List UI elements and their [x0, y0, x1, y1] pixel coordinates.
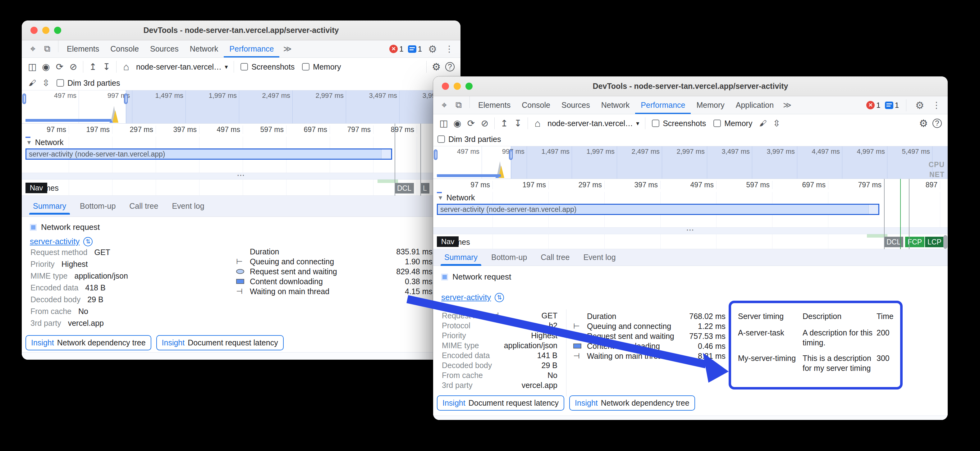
- screenshots-checkbox[interactable]: Screenshots: [237, 62, 298, 71]
- clear-icon[interactable]: ⊘: [478, 116, 492, 130]
- collapse-tracks-icon[interactable]: ⇳: [770, 116, 783, 130]
- record-icon[interactable]: ◉: [450, 116, 464, 130]
- memory-checkbox[interactable]: Memory: [710, 119, 756, 128]
- inspect-element-icon[interactable]: ⌖: [27, 43, 39, 55]
- tab-event-log[interactable]: Event log: [166, 198, 210, 214]
- selection-handle-right[interactable]: [124, 94, 128, 104]
- tab-call-tree[interactable]: Call tree: [124, 198, 164, 214]
- garbage-collect-brush-icon[interactable]: 🖌: [756, 116, 770, 130]
- inspect-element-icon[interactable]: ⌖: [438, 99, 450, 111]
- tab-elements[interactable]: Elements: [473, 96, 516, 114]
- selection-handle-right[interactable]: [509, 149, 513, 160]
- collapse-triangle-icon[interactable]: ▼: [438, 194, 443, 201]
- toggle-sidebar-icon[interactable]: ◫: [25, 60, 39, 74]
- history-select[interactable]: node-server-tan.vercel… ▾: [544, 119, 642, 128]
- fcp-marker-badge[interactable]: FCP: [905, 237, 924, 247]
- lcp-marker-badge[interactable]: LCP: [925, 237, 944, 247]
- clear-icon[interactable]: ⊘: [67, 60, 80, 74]
- minimize-button[interactable]: [453, 83, 461, 90]
- settings-gear-icon[interactable]: ⚙: [913, 99, 926, 111]
- insight-document-request-latency-button[interactable]: Insight Document request latency: [156, 335, 284, 350]
- tab-summary[interactable]: Summary: [27, 198, 72, 214]
- tab-console[interactable]: Console: [105, 40, 145, 57]
- collapse-triangle-icon[interactable]: ▼: [26, 139, 32, 146]
- reload-and-record-icon[interactable]: ⟳: [53, 60, 67, 74]
- checkbox[interactable]: [240, 63, 248, 70]
- tab-network[interactable]: Network: [184, 40, 224, 57]
- collapsed-tracks-row[interactable]: ⋯: [433, 227, 948, 234]
- tab-memory[interactable]: Memory: [691, 96, 730, 114]
- capture-settings-gear-icon[interactable]: ⚙: [916, 116, 930, 130]
- error-badge[interactable]: ✕ 1: [866, 101, 880, 110]
- network-request-bar[interactable]: server-activity (node-server-tan.vercel.…: [437, 204, 879, 215]
- insight-network-dependency-tree-button[interactable]: Insight Network dependency tree: [25, 335, 151, 350]
- vertical-scrollbar-thumb[interactable]: [943, 235, 947, 249]
- selection-handle-left[interactable]: [434, 149, 438, 160]
- tab-call-tree[interactable]: Call tree: [535, 249, 575, 265]
- reveal-in-network-icon[interactable]: ⇅: [495, 293, 504, 302]
- zoom-button[interactable]: [54, 27, 61, 34]
- settings-gear-icon[interactable]: ⚙: [426, 43, 439, 55]
- record-icon[interactable]: ◉: [39, 60, 53, 74]
- memory-checkbox[interactable]: Memory: [298, 62, 345, 71]
- tab-summary[interactable]: Summary: [439, 249, 483, 265]
- dcl-marker-badge[interactable]: DCL: [395, 183, 414, 194]
- tab-sources[interactable]: Sources: [145, 40, 184, 57]
- download-profile-icon[interactable]: ↧: [100, 60, 113, 74]
- error-badge[interactable]: ✕ 1: [389, 45, 403, 53]
- load-marker-badge[interactable]: L: [420, 183, 430, 194]
- capture-settings-gear-icon[interactable]: ⚙: [430, 60, 443, 74]
- zoom-button[interactable]: [465, 83, 473, 90]
- timeline-overview[interactable]: 497 ms997 ms1,497 ms1,997 ms2,497 ms2,99…: [433, 146, 948, 179]
- timeline-overview[interactable]: 497 ms997 ms1,497 ms1,997 ms2,497 ms2,99…: [22, 90, 460, 124]
- titlebar[interactable]: DevTools - node-server-tan.vercel.app/se…: [22, 21, 460, 40]
- insight-network-dependency-tree-button[interactable]: Insight Network dependency tree: [569, 395, 695, 411]
- more-tabs-icon[interactable]: ≫: [279, 40, 295, 57]
- tab-event-log[interactable]: Event log: [578, 249, 621, 265]
- minimize-button[interactable]: [42, 27, 49, 34]
- kebab-menu-icon[interactable]: ⋮: [443, 43, 455, 55]
- history-select[interactable]: node-server-tan.vercel… ▾: [133, 62, 231, 71]
- checkbox[interactable]: [652, 119, 659, 127]
- upload-profile-icon[interactable]: ↥: [498, 116, 511, 130]
- checkbox[interactable]: [713, 119, 721, 127]
- issues-badge[interactable]: 1: [408, 45, 422, 53]
- tab-application[interactable]: Application: [730, 96, 779, 114]
- screenshots-checkbox[interactable]: Screenshots: [648, 119, 710, 128]
- close-button[interactable]: [30, 27, 38, 34]
- server-activity-link[interactable]: server-activity: [441, 292, 491, 302]
- titlebar[interactable]: DevTools - node-server-tan.vercel.app/se…: [433, 76, 948, 96]
- collapse-tracks-icon[interactable]: ⇳: [39, 76, 53, 90]
- kebab-menu-icon[interactable]: ⋮: [930, 99, 943, 111]
- checkbox[interactable]: [302, 63, 309, 70]
- selection-handle-left[interactable]: [22, 94, 26, 104]
- more-tabs-icon[interactable]: ≫: [779, 96, 795, 114]
- server-activity-link[interactable]: server-activity: [30, 237, 80, 246]
- tab-performance[interactable]: Performance: [224, 40, 279, 57]
- tab-sources[interactable]: Sources: [556, 96, 596, 114]
- network-track-header[interactable]: ▼ Network: [433, 192, 948, 203]
- tab-performance[interactable]: Performance: [635, 96, 691, 114]
- tab-network[interactable]: Network: [596, 96, 635, 114]
- close-button[interactable]: [442, 83, 449, 90]
- tab-bottom-up[interactable]: Bottom-up: [486, 249, 533, 265]
- reveal-in-network-icon[interactable]: ⇅: [83, 237, 92, 246]
- checkbox[interactable]: [57, 79, 64, 87]
- issues-badge[interactable]: 1: [885, 101, 899, 110]
- tab-console[interactable]: Console: [516, 96, 556, 114]
- checkbox[interactable]: [438, 135, 445, 143]
- home-icon[interactable]: ⌂: [531, 116, 544, 130]
- device-toolbar-icon[interactable]: ⧉: [41, 43, 53, 55]
- dim-3rd-parties-checkbox[interactable]: Dim 3rd parties: [53, 79, 124, 87]
- device-toolbar-icon[interactable]: ⧉: [452, 99, 465, 111]
- help-icon[interactable]: ?: [443, 60, 457, 74]
- home-icon[interactable]: ⌂: [119, 60, 133, 74]
- garbage-collect-brush-icon[interactable]: 🖌: [25, 76, 39, 90]
- reload-and-record-icon[interactable]: ⟳: [464, 116, 478, 130]
- upload-profile-icon[interactable]: ↥: [86, 60, 100, 74]
- dim-3rd-parties-checkbox[interactable]: Dim 3rd parties: [437, 135, 505, 144]
- toggle-sidebar-icon[interactable]: ◫: [437, 116, 450, 130]
- help-icon[interactable]: ?: [930, 116, 944, 130]
- network-request-bar[interactable]: server-activity (node-server-tan.vercel.…: [25, 148, 392, 160]
- tab-elements[interactable]: Elements: [61, 40, 105, 57]
